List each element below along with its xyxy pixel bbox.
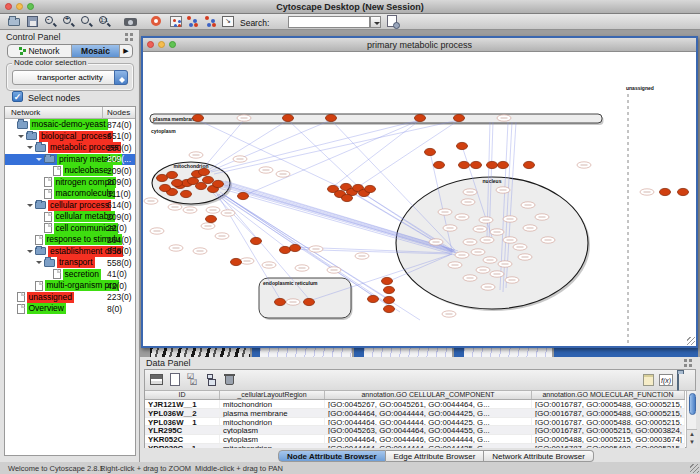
table-row[interactable]: YPL036W__1mitochondrion[GO:0044464, GO:0… <box>145 418 685 427</box>
graph-node-selected[interactable] <box>199 168 210 175</box>
expand-triangle-icon[interactable] <box>18 135 24 141</box>
tree-row[interactable]: nitrogen compo209(0) <box>5 177 135 189</box>
graph-node-selected[interactable] <box>459 161 470 168</box>
graph-node-selected[interactable] <box>524 161 535 168</box>
help-icon[interactable] <box>150 15 164 28</box>
graph-edge[interactable] <box>200 120 244 172</box>
graph-node-selected[interactable] <box>498 161 509 168</box>
background-window-fragment[interactable] <box>260 347 352 357</box>
background-window-fragment[interactable] <box>454 347 464 357</box>
tree-row-label[interactable]: macromolecule <box>54 188 116 199</box>
table-row[interactable]: YPL036W__2plasma membrane[GO:0044464, GO… <box>145 409 685 418</box>
graph-node-selected[interactable] <box>342 194 353 201</box>
graph-node-selected[interactable] <box>290 244 301 251</box>
graph-node-selected[interactable] <box>160 184 171 191</box>
function-builder-icon[interactable]: f(x) <box>659 373 674 387</box>
tab-network-attribute-browser[interactable]: Network Attribute Browser <box>484 450 593 462</box>
background-window-fragment[interactable] <box>150 347 250 357</box>
graph-node-selected[interactable] <box>660 188 671 195</box>
attribute-select-icon[interactable] <box>150 373 165 387</box>
tree-row-label[interactable]: biological_process <box>39 131 113 142</box>
table-cell[interactable]: [GO:0016787, GO:0005488, GO:0005215, G..… <box>532 409 685 417</box>
tab-network[interactable]: Network <box>8 45 72 57</box>
tab-overflow-arrow[interactable]: ▶ <box>120 45 132 57</box>
column-header[interactable]: annotation.GO MOLECULAR_FUNCTION <box>532 391 685 399</box>
column-header[interactable]: ID <box>145 391 220 399</box>
graph-node-selected[interactable] <box>487 161 498 168</box>
tree-row[interactable]: biological_process651(0) <box>5 131 135 143</box>
save-icon[interactable] <box>26 15 40 28</box>
tree-row[interactable]: mosaic-demo-yeast874(0) <box>5 119 135 131</box>
table-cell[interactable]: mitochondrion <box>220 444 325 448</box>
zoom-fit-icon[interactable]: 1:1 <box>98 15 112 28</box>
graph-node-selected[interactable] <box>231 258 242 265</box>
background-window-fragment[interactable] <box>364 347 452 357</box>
table-cell[interactable]: [GO:0045263, GO:0044464, GO:0044455, G..… <box>325 426 532 434</box>
tab-node-attribute-browser[interactable]: Node Attribute Browser <box>278 450 386 462</box>
table-cell[interactable]: YLR295C <box>145 426 220 434</box>
tree-row-label[interactable]: Overview <box>27 303 66 314</box>
table-cell[interactable]: mitochondrion <box>220 400 325 408</box>
tree-row[interactable]: Overview8(0) <box>5 303 135 315</box>
table-cell[interactable]: [GO:0044464, GO:0044444, GO:0044425, G..… <box>325 418 532 426</box>
graph-node-selected[interactable] <box>415 114 426 121</box>
float-panel-icon[interactable] <box>125 33 134 42</box>
table-cell[interactable]: [GO:0016787, GO:0005488, GO:0005215, G..… <box>532 400 685 408</box>
table-cell[interactable]: [GO:0005488, GO:0005215, GO:0003674] <box>532 435 685 443</box>
network-graph[interactable]: plasma membranemitochondrionnucleusendop… <box>143 52 696 346</box>
table-row[interactable]: YKR052Ccytoplasm[GO:0044464, GO:0044446,… <box>145 435 685 444</box>
tree-row[interactable]: multi-organism pro42(0) <box>5 280 135 292</box>
graph-node-selected[interactable] <box>471 161 482 168</box>
background-window-fragment[interactable] <box>554 347 698 357</box>
select-attributes-icon[interactable] <box>187 373 202 387</box>
graph-node-selected[interactable] <box>280 246 291 253</box>
window-resize-grip[interactable] <box>687 337 695 345</box>
table-cell[interactable]: YKR052C <box>145 435 220 443</box>
graph-node-selected[interactable] <box>283 114 294 121</box>
table-cell[interactable]: [GO:0044464, GO:0044446, GO:0044444, G..… <box>325 435 532 443</box>
tree-row-label[interactable]: cellular metabo <box>54 211 116 222</box>
table-cell[interactable]: YPL036W__2 <box>145 409 220 417</box>
expand-triangle-icon[interactable] <box>36 158 42 164</box>
table-scrollbar[interactable]: ▲ ▼ <box>686 391 696 448</box>
graph-node-selected[interactable] <box>384 296 395 303</box>
graph-node-selected[interactable] <box>275 298 286 305</box>
snapshot-icon[interactable] <box>124 15 138 28</box>
network-overview-icon[interactable] <box>170 15 184 28</box>
graph-edge[interactable] <box>352 120 459 191</box>
graph-node-selected[interactable] <box>172 179 183 186</box>
table-cell[interactable]: YDR039C__1 <box>145 444 220 448</box>
link-selection-icon[interactable] <box>186 15 200 28</box>
graph-node-selected[interactable] <box>368 295 379 302</box>
tree-row[interactable]: unassigned223(0) <box>5 292 135 304</box>
expand-triangle-icon[interactable] <box>27 146 33 152</box>
background-window-fragment[interactable] <box>252 347 260 357</box>
tree-row[interactable]: transport558(0) <box>5 257 135 269</box>
tree-row[interactable]: nucleobase-209(0) <box>5 165 135 177</box>
app-resize-grip[interactable] <box>690 464 699 473</box>
tree-row[interactable]: primary metabol209(... <box>5 154 135 166</box>
tree-row-label[interactable]: unassigned <box>27 292 74 303</box>
tree-row[interactable]: cellular metabo209(0) <box>5 211 135 223</box>
table-cell[interactable]: [GO:0016787, GO:0005215, GO:0003824, G..… <box>532 426 685 434</box>
background-window-fragment[interactable] <box>464 347 552 357</box>
tree-row-label[interactable]: nucleobase- <box>63 165 113 176</box>
annotation-icon[interactable] <box>642 373 657 387</box>
select-nodes-checkbox[interactable]: ✓ <box>12 91 23 102</box>
table-cell[interactable]: YPL036W__1 <box>145 418 220 426</box>
attribute-table[interactable]: ID_cellularLayoutRegionannotation.GO CEL… <box>145 391 685 448</box>
table-cell[interactable]: cytoplasm <box>220 426 325 434</box>
zoom-in-icon[interactable]: + <box>62 15 76 28</box>
tab-edge-attribute-browser[interactable]: Edge Attribute Browser <box>386 450 485 462</box>
tree-row[interactable]: metabolic process280(0) <box>5 142 135 154</box>
graph-node-selected[interactable] <box>203 176 214 183</box>
graph-node-selected[interactable] <box>382 277 393 284</box>
graph-node-selected[interactable] <box>157 174 168 181</box>
graph-node-selected[interactable] <box>384 305 395 312</box>
tree-row-label[interactable]: mosaic-demo-yeast <box>30 119 108 130</box>
node-color-dropdown[interactable]: transporter activity <box>12 70 128 85</box>
expand-triangle-icon[interactable] <box>36 261 42 267</box>
copy-network-icon[interactable] <box>204 15 218 28</box>
table-cell[interactable]: [GO:0016787, GO:0005488, GO:0005215, G..… <box>532 444 685 448</box>
vizmap-box-icon[interactable] <box>222 15 236 28</box>
